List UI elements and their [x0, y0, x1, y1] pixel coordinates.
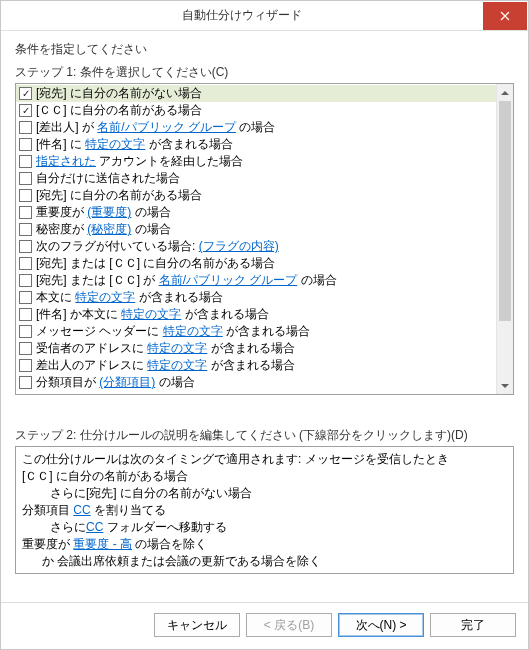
condition-text: [宛先] または [ＣＣ] に自分の名前がある場合	[36, 255, 275, 272]
condition-link[interactable]: 特定の文字	[147, 341, 207, 355]
condition-text: [件名] に 特定の文字 が含まれる場合	[36, 136, 233, 153]
condition-row[interactable]: [宛先] に自分の名前がない場合	[16, 85, 496, 102]
description-line: か 会議出席依頼または会議の更新である場合を除く	[22, 553, 507, 570]
titlebar: 自動仕分けウィザード	[1, 1, 528, 31]
condition-checkbox[interactable]	[19, 291, 32, 304]
condition-row[interactable]: 秘密度が (秘密度) の場合	[16, 221, 496, 238]
condition-row[interactable]: [ＣＣ] に自分の名前がある場合	[16, 102, 496, 119]
condition-row[interactable]: 重要度が (重要度) の場合	[16, 204, 496, 221]
instruction-text: 条件を指定してください	[15, 41, 514, 58]
finish-button[interactable]: 完了	[430, 613, 516, 637]
description-line: さらにCC フォルダーへ移動する	[22, 519, 507, 536]
condition-checkbox[interactable]	[19, 87, 32, 100]
condition-row[interactable]: 次のフラグが付いている場合: (フラグの内容)	[16, 238, 496, 255]
condition-checkbox[interactable]	[19, 138, 32, 151]
condition-text: [宛先] に自分の名前がある場合	[36, 187, 202, 204]
description-line: [ＣＣ] に自分の名前がある場合	[22, 468, 507, 485]
condition-text: 差出人のアドレスに 特定の文字 が含まれる場合	[36, 357, 295, 374]
condition-text: 秘密度が (秘密度) の場合	[36, 221, 171, 238]
condition-link[interactable]: (重要度)	[87, 205, 131, 219]
chevron-down-icon	[501, 383, 509, 389]
conditions-listbox[interactable]: [宛先] に自分の名前がない場合[ＣＣ] に自分の名前がある場合[差出人] が …	[15, 83, 514, 395]
condition-link[interactable]: (フラグの内容)	[199, 239, 279, 253]
chevron-up-icon	[501, 90, 509, 96]
description-line: 分類項目 CC を割り当てる	[22, 502, 507, 519]
condition-checkbox[interactable]	[19, 308, 32, 321]
scrollbar-thumb[interactable]	[499, 101, 511, 321]
condition-checkbox[interactable]	[19, 155, 32, 168]
condition-text: 自分だけに送信された場合	[36, 170, 180, 187]
step2-label: ステップ 2: 仕分けルールの説明を編集してください (下線部分をクリックします…	[15, 427, 514, 444]
scroll-up-button[interactable]	[497, 84, 513, 101]
condition-text: [ＣＣ] に自分の名前がある場合	[36, 102, 202, 119]
condition-link[interactable]: 特定の文字	[75, 290, 135, 304]
condition-link[interactable]: 指定された	[36, 154, 96, 168]
rule-description-box[interactable]: この仕分けルールは次のタイミングで適用されます: メッセージを受信したとき[ＣＣ…	[15, 446, 514, 574]
condition-row[interactable]: [宛先] に自分の名前がある場合	[16, 187, 496, 204]
condition-text: 受信者のアドレスに 特定の文字 が含まれる場合	[36, 340, 295, 357]
condition-row[interactable]: 指定された アカウントを経由した場合	[16, 153, 496, 170]
condition-link[interactable]: 名前/パブリック グループ	[159, 273, 298, 287]
condition-text: メッセージ ヘッダーに 特定の文字 が含まれる場合	[36, 323, 310, 340]
condition-text: 重要度が (重要度) の場合	[36, 204, 171, 221]
dialog-body: 条件を指定してください ステップ 1: 条件を選択してください(C) [宛先] …	[1, 31, 528, 602]
condition-text: 本文に 特定の文字 が含まれる場合	[36, 289, 223, 306]
description-line: 重要度が 重要度 - 高 の場合を除く	[22, 536, 507, 553]
condition-checkbox[interactable]	[19, 342, 32, 355]
condition-link[interactable]: (秘密度)	[87, 222, 131, 236]
condition-checkbox[interactable]	[19, 257, 32, 270]
condition-checkbox[interactable]	[19, 121, 32, 134]
condition-checkbox[interactable]	[19, 189, 32, 202]
condition-text: [宛先] に自分の名前がない場合	[36, 85, 202, 102]
description-line: さらに[宛先] に自分の名前がない場合	[22, 485, 507, 502]
condition-link[interactable]: 特定の文字	[85, 137, 145, 151]
condition-row[interactable]: [件名] か本文に 特定の文字 が含まれる場合	[16, 306, 496, 323]
condition-checkbox[interactable]	[19, 104, 32, 117]
condition-row[interactable]: [宛先] または [ＣＣ] が 名前/パブリック グループ の場合	[16, 272, 496, 289]
condition-link[interactable]: (分類項目)	[99, 375, 155, 389]
condition-text: 分類項目が (分類項目) の場合	[36, 374, 195, 391]
condition-row[interactable]: [宛先] または [ＣＣ] に自分の名前がある場合	[16, 255, 496, 272]
condition-checkbox[interactable]	[19, 172, 32, 185]
vertical-scrollbar[interactable]	[496, 84, 513, 394]
condition-row[interactable]: 受信者のアドレスに 特定の文字 が含まれる場合	[16, 340, 496, 357]
condition-text: 指定された アカウントを経由した場合	[36, 153, 243, 170]
condition-checkbox[interactable]	[19, 206, 32, 219]
condition-row[interactable]: 分類項目が (分類項目) の場合	[16, 374, 496, 391]
condition-text: [差出人] が 名前/パブリック グループ の場合	[36, 119, 275, 136]
conditions-list-inner: [宛先] に自分の名前がない場合[ＣＣ] に自分の名前がある場合[差出人] が …	[16, 84, 496, 394]
condition-link[interactable]: 特定の文字	[163, 324, 223, 338]
condition-checkbox[interactable]	[19, 376, 32, 389]
close-icon	[500, 11, 510, 21]
condition-row[interactable]: [差出人] が 名前/パブリック グループ の場合	[16, 119, 496, 136]
back-button[interactable]: < 戻る(B)	[246, 613, 332, 637]
condition-row[interactable]: 差出人のアドレスに 特定の文字 が含まれる場合	[16, 357, 496, 374]
condition-link[interactable]: 名前/パブリック グループ	[97, 120, 236, 134]
window-title: 自動仕分けウィザード	[1, 7, 483, 24]
condition-row[interactable]: メッセージ ヘッダーに 特定の文字 が含まれる場合	[16, 323, 496, 340]
condition-row[interactable]: 自分だけに送信された場合	[16, 170, 496, 187]
next-button[interactable]: 次へ(N) >	[338, 613, 424, 637]
step1-label: ステップ 1: 条件を選択してください(C)	[15, 64, 514, 81]
condition-text: 次のフラグが付いている場合: (フラグの内容)	[36, 238, 279, 255]
condition-text: [件名] か本文に 特定の文字 が含まれる場合	[36, 306, 269, 323]
description-link[interactable]: CC	[86, 520, 103, 534]
scroll-down-button[interactable]	[497, 377, 513, 394]
description-link[interactable]: 重要度 - 高	[73, 537, 132, 551]
condition-row[interactable]: [件名] に 特定の文字 が含まれる場合	[16, 136, 496, 153]
condition-checkbox[interactable]	[19, 240, 32, 253]
description-line: この仕分けルールは次のタイミングで適用されます: メッセージを受信したとき	[22, 451, 507, 468]
close-button[interactable]	[483, 2, 527, 30]
condition-text: [宛先] または [ＣＣ] が 名前/パブリック グループ の場合	[36, 272, 337, 289]
condition-checkbox[interactable]	[19, 359, 32, 372]
cancel-button[interactable]: キャンセル	[154, 613, 240, 637]
condition-link[interactable]: 特定の文字	[121, 307, 181, 321]
condition-checkbox[interactable]	[19, 325, 32, 338]
scrollbar-track[interactable]	[497, 101, 513, 377]
condition-checkbox[interactable]	[19, 223, 32, 236]
description-link[interactable]: CC	[73, 503, 90, 517]
condition-checkbox[interactable]	[19, 274, 32, 287]
condition-link[interactable]: 特定の文字	[147, 358, 207, 372]
wizard-window: 自動仕分けウィザード 条件を指定してください ステップ 1: 条件を選択してくだ…	[0, 0, 529, 650]
condition-row[interactable]: 本文に 特定の文字 が含まれる場合	[16, 289, 496, 306]
